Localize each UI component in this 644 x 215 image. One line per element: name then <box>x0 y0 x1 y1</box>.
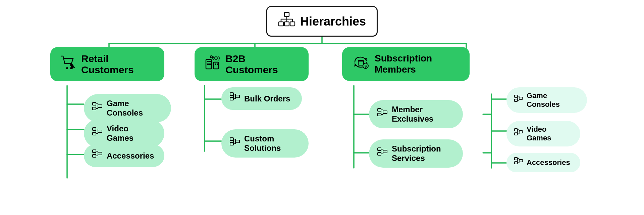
hierarchy-icon-10 <box>514 157 523 168</box>
org-chart-icon <box>278 12 296 31</box>
svg-rect-106 <box>515 99 518 101</box>
hierarchy-icon-9 <box>514 128 523 139</box>
subscription-services-label: SubscriptionServices <box>392 144 441 163</box>
grandchild-video-games-label: Video Games <box>527 125 573 142</box>
svg-rect-50 <box>98 152 102 155</box>
svg-rect-97 <box>378 148 381 150</box>
svg-rect-41 <box>93 132 96 135</box>
svg-point-64 <box>215 57 217 59</box>
hierarchy-icon-5 <box>229 137 240 150</box>
hierarchy-icon-1 <box>92 102 103 115</box>
svg-rect-123 <box>519 160 523 162</box>
svg-rect-114 <box>515 133 518 135</box>
svg-rect-0 <box>284 12 289 16</box>
svg-rect-83 <box>358 60 364 65</box>
svg-rect-49 <box>93 155 96 157</box>
svg-rect-105 <box>515 95 518 97</box>
shopping-cart-icon <box>60 54 76 74</box>
b2b-parent-node: B2BCustomers <box>195 47 309 81</box>
svg-rect-40 <box>93 128 96 130</box>
root-label: Hierarchies <box>300 14 366 29</box>
svg-rect-107 <box>519 97 523 99</box>
svg-rect-121 <box>515 158 518 160</box>
grandchild-game-consoles: GameConsoles <box>506 87 587 113</box>
svg-rect-34 <box>98 105 102 108</box>
subscription-parent-node: $ SubscriptionMembers <box>342 47 470 81</box>
svg-rect-61 <box>209 63 211 65</box>
hierarchy-icon-4 <box>229 92 240 105</box>
svg-text:$: $ <box>365 64 367 68</box>
hierarchy-icon-8 <box>514 94 523 106</box>
b2b-custom-solutions-label: CustomSolutions <box>244 134 281 153</box>
hierarchy-icon-3 <box>92 149 103 162</box>
svg-rect-90 <box>378 113 381 116</box>
retail-child-video-games: Video Games <box>84 119 164 147</box>
b2b-child-custom-solutions: CustomSolutions <box>221 129 309 158</box>
member-exclusives-label: MemberExclusives <box>392 105 433 124</box>
b2b-bulk-orders-label: Bulk Orders <box>244 94 290 103</box>
grandchild-accessories-label: Accessories <box>527 158 570 167</box>
retail-game-consoles-label: GameConsoles <box>107 99 143 118</box>
diagram-container: Hierarchies <box>0 0 644 215</box>
svg-rect-63 <box>217 63 218 65</box>
svg-rect-1 <box>279 22 283 26</box>
retail-accessories-label: Accessories <box>107 151 154 161</box>
svg-point-30 <box>66 67 68 69</box>
svg-rect-77 <box>235 140 239 143</box>
b2b-child-bulk-orders: Bulk Orders <box>221 87 302 110</box>
retail-child-game-consoles: GameConsoles <box>84 94 171 122</box>
hierarchy-icon-6 <box>377 108 388 121</box>
svg-rect-32 <box>93 102 96 105</box>
svg-rect-33 <box>93 107 96 110</box>
svg-rect-68 <box>230 97 233 100</box>
grandchild-accessories: Accessories <box>506 153 580 172</box>
svg-rect-99 <box>383 150 387 153</box>
svg-rect-58 <box>207 61 209 62</box>
hierarchy-icon-2 <box>92 127 103 140</box>
svg-rect-113 <box>515 129 518 131</box>
svg-rect-3 <box>290 22 295 26</box>
b2b-label: B2BCustomers <box>225 53 278 75</box>
svg-rect-75 <box>230 138 233 140</box>
retail-video-games-label: Video Games <box>107 124 156 143</box>
grandchild-game-consoles-label: GameConsoles <box>527 91 560 109</box>
hierarchy-icon-7 <box>377 147 388 160</box>
svg-rect-115 <box>519 131 523 133</box>
svg-rect-122 <box>515 162 518 164</box>
svg-rect-98 <box>378 153 381 155</box>
svg-rect-62 <box>215 63 216 65</box>
svg-rect-60 <box>207 63 209 65</box>
svg-rect-91 <box>383 111 387 114</box>
svg-rect-69 <box>235 95 239 98</box>
svg-rect-76 <box>230 142 233 145</box>
svg-rect-57 <box>213 62 219 69</box>
svg-rect-59 <box>209 61 211 62</box>
svg-rect-67 <box>230 93 233 95</box>
retail-label: RetailCustomers <box>81 53 134 75</box>
svg-point-65 <box>210 56 212 58</box>
subscription-child-subscription-services: SubscriptionServices <box>369 139 463 168</box>
subscription-label: SubscriptionMembers <box>375 53 432 75</box>
subscription-child-member-exclusives: MemberExclusives <box>369 100 463 128</box>
retail-child-accessories: Accessories <box>84 144 164 167</box>
svg-rect-2 <box>284 22 289 26</box>
svg-rect-89 <box>378 109 381 111</box>
calendar-refresh-icon: $ <box>352 53 370 75</box>
root-node: Hierarchies <box>266 6 378 37</box>
svg-rect-48 <box>93 150 96 153</box>
grandchild-video-games: Video Games <box>506 121 580 146</box>
svg-rect-42 <box>98 130 102 133</box>
city-icon <box>204 54 221 74</box>
retail-parent-node: RetailCustomers <box>50 47 164 81</box>
